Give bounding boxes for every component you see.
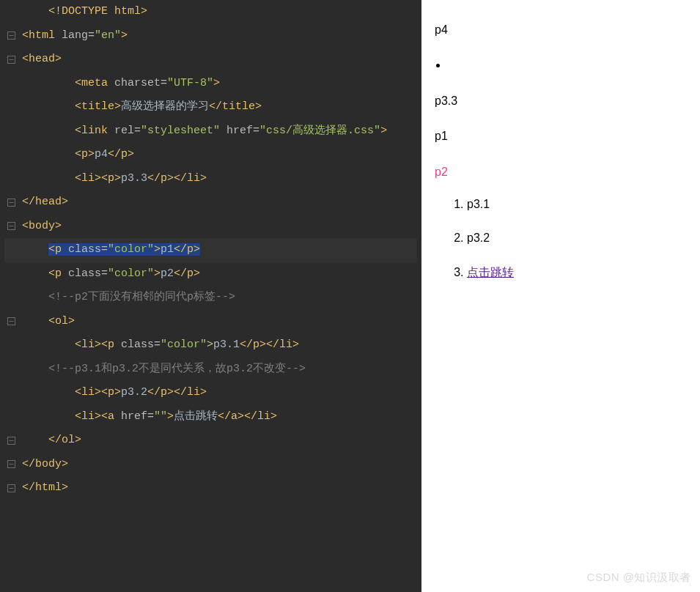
- code-line[interactable]: <!--p3.1和p3.2不是同代关系，故p3.2不改变-->: [4, 358, 417, 382]
- code-token: class=: [68, 267, 108, 280]
- list-item: 点击跳转: [467, 264, 687, 281]
- code-token: </a></li>: [218, 410, 277, 423]
- code-token: lang=: [62, 29, 95, 42]
- code-token: <li><p: [75, 338, 121, 351]
- code-line[interactable]: <p class="color">p1</p>: [4, 238, 417, 262]
- code-token: <!--p3.1和p3.2不是同代关系，故p3.2不改变-->: [48, 363, 306, 375]
- list-item: p3.2: [467, 230, 687, 246]
- code-line[interactable]: <!DOCTYPE html>: [4, 0, 417, 24]
- preview-p1: p1: [435, 128, 687, 144]
- code-token: </p>: [174, 267, 200, 280]
- fold-open-icon[interactable]: [6, 31, 16, 41]
- code-line[interactable]: <!--p2下面没有相邻的同代p标签-->: [4, 286, 417, 310]
- code-line[interactable]: <li><a href="">点击跳转</a></li>: [4, 405, 417, 429]
- code-token: </p></li>: [240, 338, 299, 351]
- code-line[interactable]: <head>: [4, 48, 417, 72]
- fold-close-icon[interactable]: [6, 197, 16, 207]
- code-line[interactable]: <p>p4</p>: [4, 143, 417, 167]
- code-line[interactable]: </ol>: [4, 429, 417, 453]
- code-token: href=: [226, 125, 259, 137]
- code-token: <!--p2下面没有相邻的同代p标签-->: [48, 291, 235, 303]
- code-token: "": [154, 410, 167, 423]
- code-token: >: [213, 77, 220, 89]
- code-token: <p: [48, 267, 68, 280]
- code-token: >: [154, 267, 161, 280]
- preview-ordered-list: p3.1p3.2点击跳转: [467, 196, 687, 281]
- code-line[interactable]: <html lang="en">: [4, 24, 417, 48]
- code-token: <head>: [22, 53, 62, 65]
- code-line[interactable]: <li><p>p3.2</p></li>: [4, 381, 417, 405]
- preview-p33: p3.3: [435, 93, 687, 109]
- code-token: </p>: [108, 148, 134, 160]
- code-token: p1: [161, 243, 174, 256]
- code-token: >: [380, 125, 387, 137]
- code-token: "en": [95, 29, 121, 42]
- code-token: "color": [108, 243, 154, 256]
- code-token: <li><p>: [75, 172, 121, 185]
- code-token: </p>: [174, 243, 200, 256]
- code-token: </p></li>: [147, 172, 207, 185]
- code-line[interactable]: <li><p class="color">p3.1</p></li>: [4, 333, 417, 358]
- code-token: 点击跳转: [174, 410, 218, 423]
- fold-open-icon[interactable]: [6, 221, 16, 232]
- code-line[interactable]: <body>: [4, 215, 417, 239]
- code-token: <ol>: [48, 315, 75, 328]
- code-token: <li><a: [75, 410, 121, 423]
- code-token: p3.2: [121, 386, 147, 399]
- code-token: </ol>: [48, 434, 81, 446]
- fold-open-icon[interactable]: [6, 54, 16, 64]
- code-token: rel=: [114, 125, 141, 137]
- code-token: "color": [161, 338, 207, 351]
- code-line[interactable]: <meta charset="UTF-8">: [4, 72, 417, 96]
- code-token: <body>: [22, 220, 62, 232]
- code-token: </html>: [22, 481, 68, 494]
- code-line[interactable]: </html>: [4, 476, 417, 500]
- code-token: charset=: [114, 77, 167, 89]
- list-item: p3.1: [467, 196, 687, 212]
- preview-bullet-empty: [448, 57, 687, 73]
- code-token: <li><p>: [75, 386, 121, 399]
- code-token: <!DOCTYPE html>: [48, 5, 147, 18]
- code-token: "color": [108, 267, 154, 280]
- browser-preview: p4 p3.3 p1 p2 p3.1p3.2点击跳转: [421, 0, 700, 592]
- code-line[interactable]: <p class="color">p2</p>: [4, 262, 417, 286]
- code-token: >: [207, 338, 213, 351]
- code-token: <p: [48, 243, 68, 256]
- code-line[interactable]: <li><p>p3.3</p></li>: [4, 167, 417, 191]
- code-token: p4: [95, 148, 108, 160]
- fold-close-icon[interactable]: [6, 435, 16, 445]
- code-token: "stylesheet": [141, 125, 220, 137]
- code-token: p2: [161, 267, 174, 280]
- code-token: </body>: [22, 458, 68, 470]
- code-token: href=: [121, 410, 154, 423]
- code-token: </title>: [209, 100, 262, 113]
- watermark: CSDN @知识汲取者: [587, 571, 691, 585]
- preview-link[interactable]: 点击跳转: [467, 266, 514, 278]
- code-token: <p>: [75, 148, 95, 160]
- code-line[interactable]: <ol>: [4, 310, 417, 334]
- code-line[interactable]: <link rel="stylesheet" href="css/高级选择器.c…: [4, 119, 417, 144]
- code-token: "UTF-8": [167, 77, 213, 89]
- code-token: p3.1: [213, 338, 240, 351]
- code-token: <html: [22, 29, 62, 42]
- fold-close-icon[interactable]: [6, 459, 16, 470]
- code-token: class=: [68, 243, 108, 256]
- code-token: 高级选择器的学习: [121, 100, 209, 113]
- code-token: >: [154, 243, 161, 256]
- code-line[interactable]: </body>: [4, 453, 417, 477]
- code-line[interactable]: <title>高级选择器的学习</title>: [4, 95, 417, 119]
- code-token: >: [121, 29, 128, 42]
- fold-open-icon[interactable]: [6, 317, 16, 327]
- code-token: <title>: [75, 100, 121, 113]
- fold-close-icon[interactable]: [6, 483, 16, 493]
- code-token: >: [167, 410, 174, 423]
- code-token: "css/高级选择器.css": [259, 125, 380, 137]
- code-token: </head>: [22, 196, 68, 208]
- code-editor[interactable]: <!DOCTYPE html><html lang="en"><head> <m…: [0, 0, 421, 592]
- code-token: [220, 125, 226, 137]
- code-token: class=: [121, 338, 161, 351]
- code-token: p3.3: [121, 172, 147, 185]
- code-line[interactable]: </head>: [4, 190, 417, 215]
- code-token: <meta: [75, 77, 114, 89]
- preview-p2: p2: [435, 164, 687, 180]
